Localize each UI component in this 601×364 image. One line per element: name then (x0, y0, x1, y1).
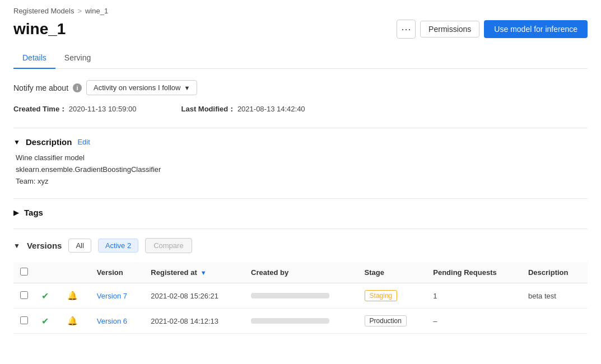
status-check-icon: ✔ (41, 291, 49, 301)
row-version[interactable]: Version 6 (90, 309, 145, 334)
created-time: Created Time： 2020-11-13 10:59:00 (13, 104, 136, 114)
compare-button[interactable]: Compare (145, 238, 192, 253)
col-checkbox (13, 262, 35, 283)
tags-title: Tags (24, 208, 43, 217)
table-header-row: Version Registered at ▼ Created by Stage… (13, 262, 588, 283)
header-row: wine_1 ⋯ Permissions Use model for infer… (13, 20, 588, 39)
description-header: ▼ Description Edit (13, 137, 588, 147)
col-pending: Pending Requests (426, 262, 521, 283)
versions-title: Versions (27, 241, 62, 250)
tabs-row: Details Serving (13, 48, 588, 69)
last-modified: Last Modified： 2021-08-13 14:42:40 (181, 104, 305, 114)
row-status: ✔ (35, 283, 60, 309)
notify-dropdown[interactable]: Activity on versions I follow ▼ (86, 80, 197, 95)
divider-3 (13, 228, 588, 229)
info-icon[interactable]: i (73, 83, 82, 92)
row-bell[interactable]: 🔔 (60, 283, 90, 309)
col-registered-at: Registered at ▼ (144, 262, 244, 283)
filter-active-button[interactable]: Active 2 (98, 239, 138, 253)
row-registered-at: 2021-02-08 15:26:21 (144, 283, 244, 309)
select-all-checkbox[interactable] (20, 268, 28, 276)
breadcrumb: Registered Models > wine_1 (13, 7, 588, 15)
created-by-bar (251, 318, 329, 324)
more-options-button[interactable]: ⋯ (397, 20, 416, 39)
row-description: beta test (521, 283, 588, 309)
row-checkbox[interactable] (13, 309, 35, 334)
header-actions: ⋯ Permissions Use model for inference (397, 20, 588, 39)
created-value: 2020-11-13 10:59:00 (69, 105, 137, 113)
row-version[interactable]: Version 7 (90, 283, 145, 309)
notify-row: Notify me about i Activity on versions I… (13, 80, 588, 95)
tab-details[interactable]: Details (13, 48, 55, 69)
row-status: ✔ (35, 309, 60, 334)
row-select-checkbox[interactable] (20, 316, 28, 324)
row-stage: Production (358, 309, 427, 334)
description-toggle[interactable]: ▼ (13, 138, 20, 146)
table-row: ✔ 🔔 Version 7 2021-02-08 15:26:21 Stagin… (13, 283, 588, 309)
description-line-1: Wine classifier model (16, 152, 588, 164)
use-model-button[interactable]: Use model for inference (484, 20, 588, 38)
status-check-icon: ✔ (41, 316, 49, 326)
notify-label: Notify me about (13, 83, 68, 92)
col-status (35, 262, 60, 283)
filter-all-button[interactable]: All (68, 239, 91, 253)
versions-table: Version Registered at ▼ Created by Stage… (13, 262, 588, 334)
modified-label: Last Modified： (181, 105, 235, 113)
tags-section: ▶ Tags (13, 208, 588, 217)
row-pending: 1 (426, 283, 521, 309)
description-edit-link[interactable]: Edit (77, 138, 90, 146)
description-line-2: sklearn.ensemble.GradientBoostingClassif… (16, 164, 588, 176)
sort-icon[interactable]: ▼ (201, 269, 207, 276)
row-created-by (244, 283, 358, 309)
modified-value: 2021-08-13 14:42:40 (237, 105, 305, 113)
version-link[interactable]: Version 7 (97, 292, 127, 300)
versions-toggle[interactable]: ▼ (13, 242, 20, 250)
breadcrumb-parent[interactable]: Registered Models (13, 7, 74, 15)
registered-at-label: Registered at (151, 268, 197, 277)
divider-2 (13, 198, 588, 199)
created-by-bar (251, 293, 329, 298)
tags-toggle[interactable]: ▶ (13, 209, 18, 217)
tags-header: ▶ Tags (13, 208, 588, 217)
col-version: Version (90, 262, 145, 283)
row-description (521, 309, 588, 334)
divider-1 (13, 128, 588, 128)
row-registered-at: 2021-02-08 14:12:13 (144, 309, 244, 334)
col-bell (60, 262, 90, 283)
breadcrumb-separator: > (77, 7, 82, 15)
row-pending: – (426, 309, 521, 334)
notify-dropdown-value: Activity on versions I follow (94, 83, 180, 92)
page-title: wine_1 (13, 20, 66, 38)
stage-badge: Staging (365, 290, 398, 301)
version-link[interactable]: Version 6 (97, 317, 127, 325)
description-line-3: Team: xyz (16, 176, 588, 188)
row-created-by (244, 309, 358, 334)
bell-icon[interactable]: 🔔 (67, 316, 78, 325)
description-section: ▼ Description Edit Wine classifier model… (13, 137, 588, 187)
col-description: Description (521, 262, 588, 283)
created-label: Created Time： (13, 105, 67, 113)
meta-row: Created Time： 2020-11-13 10:59:00 Last M… (13, 104, 588, 114)
versions-section: ▼ Versions All Active 2 Compare Version … (13, 238, 588, 334)
description-title: Description (26, 137, 72, 147)
chevron-down-icon: ▼ (184, 85, 190, 91)
row-stage: Staging (358, 283, 427, 309)
col-created-by: Created by (244, 262, 358, 283)
row-checkbox[interactable] (13, 283, 35, 309)
description-text: Wine classifier model sklearn.ensemble.G… (16, 152, 588, 187)
row-bell[interactable]: 🔔 (60, 309, 90, 334)
col-stage: Stage (358, 262, 427, 283)
permissions-button[interactable]: Permissions (420, 21, 479, 38)
tab-serving[interactable]: Serving (55, 48, 100, 69)
breadcrumb-current: wine_1 (85, 7, 108, 15)
versions-header: ▼ Versions All Active 2 Compare (13, 238, 588, 253)
stage-badge: Production (365, 315, 407, 326)
table-row: ✔ 🔔 Version 6 2021-02-08 14:12:13 Produc… (13, 309, 588, 334)
row-select-checkbox[interactable] (20, 291, 28, 299)
bell-icon[interactable]: 🔔 (67, 291, 78, 300)
